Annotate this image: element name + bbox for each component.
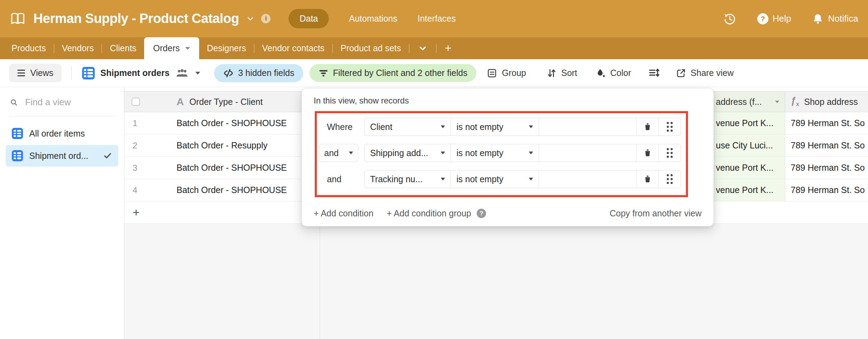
airtable-app: Herman Supply - Product Catalog i Data A… <box>0 0 868 339</box>
nav-interfaces-button[interactable]: Interfaces <box>417 14 456 24</box>
share-view-button[interactable]: Share view <box>676 68 734 78</box>
current-view-name[interactable]: Shipment orders <box>100 68 170 78</box>
main-content: All order items Shipment ord... A Order … <box>0 87 868 339</box>
bell-icon <box>812 13 824 25</box>
drag-condition-handle[interactable] <box>658 144 681 162</box>
drag-condition-handle[interactable] <box>658 170 681 188</box>
filter-value-input[interactable] <box>539 170 636 188</box>
drag-handle-icon <box>667 122 673 132</box>
shipping-address-cell[interactable]: venue Port K... <box>714 112 785 134</box>
filter-value-input[interactable] <box>539 144 636 162</box>
delete-condition-button[interactable] <box>636 118 658 136</box>
order-type-cell[interactable]: Batch Order - Resupply <box>177 134 267 156</box>
shop-address-cell[interactable]: 789 Herman St. So <box>785 179 868 201</box>
shop-address-cell[interactable]: 789 Herman St. So <box>785 134 868 156</box>
text-field-type-icon: A <box>177 96 184 108</box>
tab-orders-label: Orders <box>153 43 180 53</box>
field-select[interactable]: Client <box>365 118 451 136</box>
condition-group-help-icon[interactable]: ? <box>477 209 486 218</box>
sidebar-view-all-order-items[interactable]: All order items <box>6 123 118 144</box>
operator-select[interactable]: is not empty <box>451 170 539 188</box>
primary-column-header[interactable]: A Order Type - Client <box>124 92 320 112</box>
tab-orders-chevron-icon[interactable] <box>185 47 190 50</box>
view-item-label: Shipment ord... <box>29 151 88 161</box>
eye-slash-icon <box>223 68 234 78</box>
sort-icon <box>546 68 557 78</box>
notifications-label: Notifica <box>828 13 858 24</box>
hidden-fields-button[interactable]: 3 hidden fields <box>214 64 303 82</box>
add-condition-button[interactable]: + Add condition <box>314 208 374 218</box>
drag-handle-icon <box>667 174 673 184</box>
sidebar-view-shipment-orders[interactable]: Shipment ord... <box>6 145 118 167</box>
column-menu-chevron-icon[interactable] <box>775 101 779 103</box>
copy-from-another-view-button[interactable]: Copy from another view <box>610 208 702 218</box>
find-view-input[interactable] <box>25 97 114 108</box>
tab-product-ad-sets[interactable]: Product ad sets <box>333 37 409 59</box>
views-button[interactable]: Views <box>9 64 62 82</box>
filter-condition-row: Where Client is not empty <box>302 118 713 136</box>
shipping-address-column-header[interactable]: address (f... <box>714 92 785 112</box>
drag-condition-handle[interactable] <box>658 118 681 136</box>
filter-button[interactable]: Filtered by Client and 2 other fields <box>310 64 476 82</box>
operator-select[interactable]: is not empty <box>451 118 539 136</box>
shipping-address-cell[interactable]: use City Luci... <box>714 134 785 156</box>
view-menu-chevron-icon[interactable] <box>195 72 200 75</box>
primary-field-name: Order Type - Client <box>189 97 263 107</box>
field-select[interactable]: Tracking nu... <box>365 170 451 188</box>
group-button[interactable]: Group <box>487 68 526 78</box>
grid-view-icon <box>82 67 95 79</box>
sort-button[interactable]: Sort <box>546 68 577 78</box>
collaborators-icon[interactable] <box>175 68 189 79</box>
shop-address-cell[interactable]: 789 Herman St. So <box>785 157 868 179</box>
conjunction-select[interactable]: and <box>319 144 358 162</box>
shop-address-cell[interactable]: 789 Herman St. So <box>785 112 868 134</box>
sidebar-divider <box>9 116 115 116</box>
drag-handle-icon <box>667 148 673 158</box>
toolbar-divider <box>71 66 72 80</box>
column-separator <box>320 224 320 339</box>
color-button[interactable]: Color <box>595 68 631 78</box>
tab-products[interactable]: Products <box>4 37 54 59</box>
tab-list-chevron-icon[interactable] <box>409 37 436 59</box>
delete-condition-button[interactable] <box>636 170 658 188</box>
order-type-cell[interactable]: Batch Order - SHOPHOUSE <box>177 112 287 134</box>
add-condition-group-button[interactable]: + Add condition group <box>387 208 471 218</box>
operator-select[interactable]: is not empty <box>451 144 539 162</box>
order-type-cell[interactable]: Batch Order - SHOPHOUSE <box>177 157 287 179</box>
trash-icon <box>643 175 652 184</box>
shipping-address-cell[interactable]: venue Port K... <box>714 179 785 201</box>
add-table-button[interactable]: + <box>437 37 460 59</box>
shipping-address-cell[interactable]: venue Port K... <box>714 157 785 179</box>
shop-address-column-header[interactable]: ƒx Shop address <box>785 92 868 112</box>
tab-designers[interactable]: Designers <box>199 37 254 59</box>
column-header-label: Shop address <box>804 97 858 107</box>
nav-data-button[interactable]: Data <box>289 9 329 28</box>
filter-condition-row: and Shipping add... is not empty <box>302 144 713 162</box>
filter-value-input[interactable] <box>539 118 636 136</box>
history-icon[interactable] <box>723 12 736 25</box>
row-number: 4 <box>133 179 137 201</box>
base-info-icon[interactable]: i <box>261 14 271 23</box>
select-all-checkbox[interactable] <box>132 98 140 106</box>
view-item-label: All order items <box>29 129 85 139</box>
base-logo-book-icon[interactable] <box>10 11 26 27</box>
nav-automations-button[interactable]: Automations <box>349 14 397 24</box>
tab-vendors[interactable]: Vendors <box>54 37 102 59</box>
help-button[interactable]: ? Help <box>757 13 791 24</box>
color-label: Color <box>610 68 631 78</box>
delete-condition-button[interactable] <box>636 144 658 162</box>
tab-orders-active[interactable]: Orders <box>144 37 199 59</box>
notifications-button[interactable]: Notifica <box>812 13 858 25</box>
condition-controls: Client is not empty <box>364 118 681 136</box>
tab-clients[interactable]: Clients <box>102 37 144 59</box>
conjunction-label: Where <box>327 118 353 136</box>
tab-vendor-contacts[interactable]: Vendor contacts <box>255 37 332 59</box>
row-height-button[interactable] <box>648 67 660 79</box>
condition-controls: Tracking nu... is not empty <box>364 170 681 188</box>
order-type-cell[interactable]: Batch Order - SHOPHOUSE <box>177 179 287 201</box>
base-menu-chevron-icon[interactable] <box>246 14 255 23</box>
operator-select-value: is not empty <box>456 174 503 184</box>
chevron-down-icon <box>349 152 353 154</box>
field-select[interactable]: Shipping add... <box>365 144 451 162</box>
row-number: 3 <box>133 157 137 179</box>
